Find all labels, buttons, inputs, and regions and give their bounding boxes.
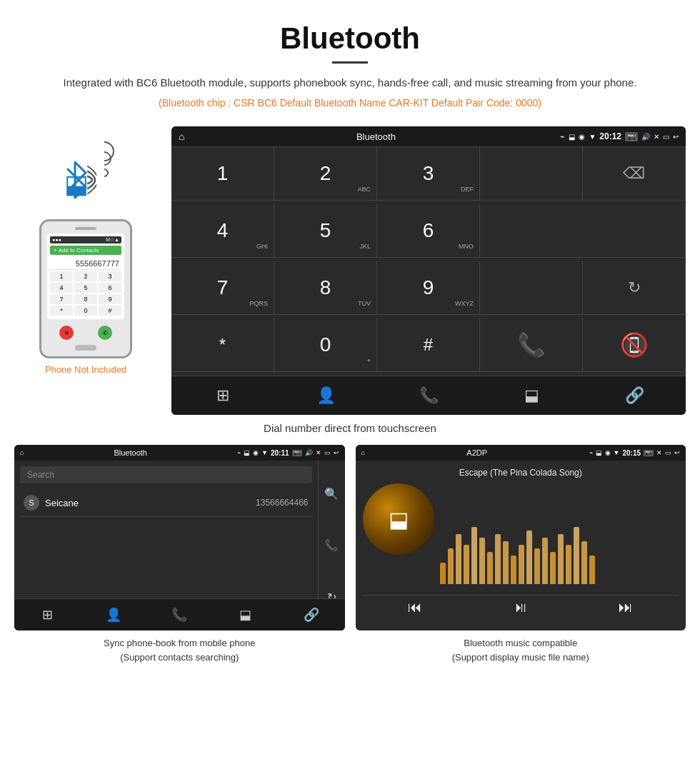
dial-key-6[interactable]: 6MNO (377, 204, 480, 258)
dial-key-1[interactable]: 1 (171, 147, 274, 201)
music-next-btn[interactable]: ⏭ (619, 599, 633, 615)
dial-key-7[interactable]: 7PQRS (171, 261, 274, 315)
eq-bar-7 (495, 534, 501, 584)
dialpad-grid: 1 2ABC 3DEF ⌫ 4GHI 5JKL 6MNO 7PQRS 8TUV … (171, 146, 686, 376)
music-play-btn[interactable]: ⏯ (514, 599, 528, 615)
phonebook-search-bar[interactable]: Search (20, 466, 312, 483)
phone-add-contact: +Add to Contacts (50, 246, 121, 255)
music-screen-box: ⌂ A2DP ⌁ ⬓ ◉ ▼ 20:15 📷 ✕ ▭ ↩ Escape (The… (356, 445, 686, 630)
music-caption-line1: Bluetooth music compatible (356, 636, 686, 650)
phone-key-1: 1 (50, 271, 73, 281)
phone-key-8: 8 (74, 294, 97, 304)
dial-sub-6: MNO (459, 243, 474, 250)
phone-speaker (75, 227, 96, 230)
phone-status-right: M☆▲ (106, 237, 119, 243)
dial-key-9[interactable]: 9WXYZ (377, 261, 480, 315)
phonebook-caption-line2: (Support contacts searching) (14, 650, 345, 665)
nav-link-icon[interactable]: 🔗 (583, 376, 686, 415)
phonebook-bottom-nav: ⊞ 👤 📞 ⬓ 🔗 (14, 598, 345, 630)
phonebook-call-icon[interactable]: 📞 (324, 538, 339, 552)
nav-dialpad-icon[interactable]: ⊞ (171, 376, 274, 415)
equalizer-area (440, 483, 679, 588)
phonebook-status-bar: ⌂ Bluetooth ⌁ ⬓ ◉ ▼ 20:11 📷 🔊 ✕ ▭ ↩ (14, 445, 345, 461)
dial-refresh[interactable]: ↻ (583, 261, 686, 315)
eq-bar-3 (464, 545, 469, 584)
music-usb-icon: ⌁ (589, 449, 593, 456)
pb-nav-phone[interactable]: 📞 (146, 599, 213, 630)
usb-icon: ⌁ (560, 132, 565, 141)
bt-status-icon: ⬓ (569, 133, 575, 141)
phonebook-cam-icon: 📷 (292, 450, 302, 456)
dial-key-3[interactable]: 3DEF (377, 147, 480, 201)
pb-nav-bt[interactable]: ⬓ (213, 599, 279, 630)
dial-sub-5: JKL (359, 243, 371, 250)
search-placeholder: Search (27, 470, 54, 480)
music-caption: Bluetooth music compatible (Support disp… (356, 636, 686, 664)
phone-dialpad: 1 2 3 4 5 6 7 8 9 * 0 # (50, 271, 121, 316)
eq-bar-12 (534, 548, 540, 584)
phone-call-btn: ✆ (98, 326, 112, 340)
phone-home-btn (75, 345, 96, 351)
music-caption-line2: (Support display music file name) (356, 650, 686, 665)
signal-icon: ▼ (589, 133, 596, 141)
main-status-bar: ⌂ Bluetooth ⌁ ⬓ ◉ ▼ 20:12 📷 🔊 ✕ ▭ ↩ (171, 126, 686, 146)
eq-bar-9 (511, 556, 516, 584)
phone-key-2: 2 (74, 271, 97, 281)
dial-sub-7: PQRS (249, 300, 268, 307)
eq-bar-15 (558, 534, 564, 584)
dial-key-0[interactable]: 0+ (274, 318, 377, 372)
contact-letter: S (24, 495, 39, 511)
dial-key-star[interactable]: * (171, 318, 274, 372)
eq-bar-10 (519, 545, 524, 584)
phonebook-screen-title: Bluetooth (26, 448, 234, 457)
bottom-screens: ⌂ Bluetooth ⌁ ⬓ ◉ ▼ 20:11 📷 🔊 ✕ ▭ ↩ Sear… (0, 445, 700, 664)
dial-backspace[interactable]: ⌫ (583, 147, 686, 201)
music-song-title: Escape (The Pina Colada Song) (459, 468, 582, 478)
phone-key-0: 0 (74, 306, 97, 316)
nav-phone-icon[interactable]: 📞 (377, 376, 480, 415)
music-prev-btn[interactable]: ⏮ (408, 599, 422, 615)
window-icon: ▭ (663, 133, 669, 141)
dial-sub-8: TUV (358, 300, 371, 307)
location-icon: ◉ (579, 133, 585, 141)
phone-status-left: ●●● (52, 237, 61, 243)
music-cam-icon: 📷 (644, 450, 654, 456)
phonebook-caption: Sync phone-book from mobile phone (Suppo… (14, 636, 345, 664)
phonebook-vol-icon: 🔊 (305, 449, 313, 456)
page-description: Integrated with BC6 Bluetooth module, su… (43, 74, 657, 91)
phonebook-search-icon[interactable]: 🔍 (324, 487, 339, 501)
dial-key-4[interactable]: 4GHI (171, 204, 274, 258)
music-main-area: ⬓ (363, 483, 679, 588)
eq-bar-0 (440, 563, 446, 584)
nav-bluetooth-icon[interactable]: ⬓ (480, 376, 583, 415)
eq-bar-8 (503, 541, 509, 584)
music-screen-title: A2DP (368, 448, 586, 457)
phonebook-home-icon: ⌂ (20, 449, 24, 456)
music-sig-icon: ▼ (614, 449, 620, 456)
dial-hangup-btn[interactable]: 📵 (583, 318, 686, 372)
volume-icon: 🔊 (641, 133, 650, 141)
dial-key-2[interactable]: 2ABC (274, 147, 377, 201)
dial-key-8[interactable]: 8TUV (274, 261, 377, 315)
music-screen-item: ⌂ A2DP ⌁ ⬓ ◉ ▼ 20:15 📷 ✕ ▭ ↩ Escape (The… (356, 445, 686, 664)
phonebook-bt-icon: ⬓ (244, 449, 250, 456)
dial-key-hash[interactable]: # (377, 318, 480, 372)
nav-contacts-icon[interactable]: 👤 (274, 376, 377, 415)
pb-nav-link[interactable]: 🔗 (279, 599, 345, 630)
dial-key-5[interactable]: 5JKL (274, 204, 377, 258)
eq-bar-5 (479, 538, 485, 584)
music-controls: ⏮ ⏯ ⏭ (363, 595, 679, 619)
phone-key-9: 9 (99, 294, 121, 304)
dial-call-btn[interactable]: 📞 (480, 318, 583, 372)
phonebook-loc-icon: ◉ (253, 449, 259, 456)
pb-nav-contacts[interactable]: 👤 (81, 599, 147, 630)
eq-bar-11 (526, 531, 532, 584)
wifi-waves (100, 159, 114, 177)
eq-bar-19 (589, 556, 595, 584)
back-icon: ↩ (673, 133, 679, 141)
bottom-nav-bar: ⊞ 👤 📞 ⬓ 🔗 (171, 376, 686, 415)
main-caption: Dial number direct from touchscreen (0, 422, 700, 434)
dial-sub-0: + (367, 357, 371, 364)
phonebook-caption-line1: Sync phone-book from mobile phone (14, 636, 345, 650)
pb-nav-dialpad[interactable]: ⊞ (14, 599, 81, 630)
